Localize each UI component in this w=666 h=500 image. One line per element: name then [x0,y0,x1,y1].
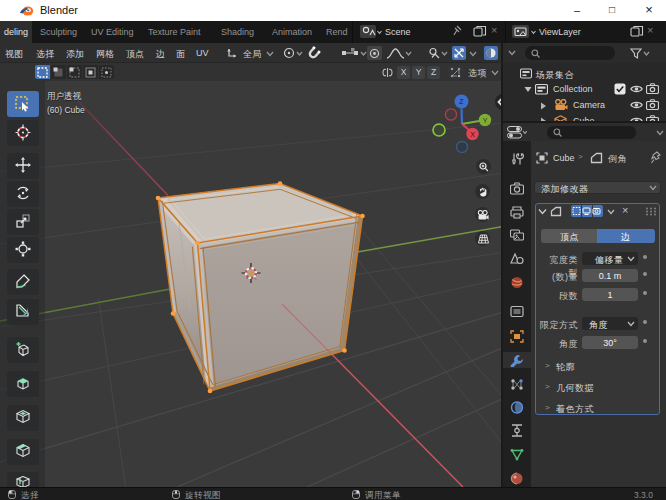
svg-text:Y: Y [483,117,488,124]
svg-text:Z: Z [459,98,464,105]
svg-text:X: X [470,131,475,138]
